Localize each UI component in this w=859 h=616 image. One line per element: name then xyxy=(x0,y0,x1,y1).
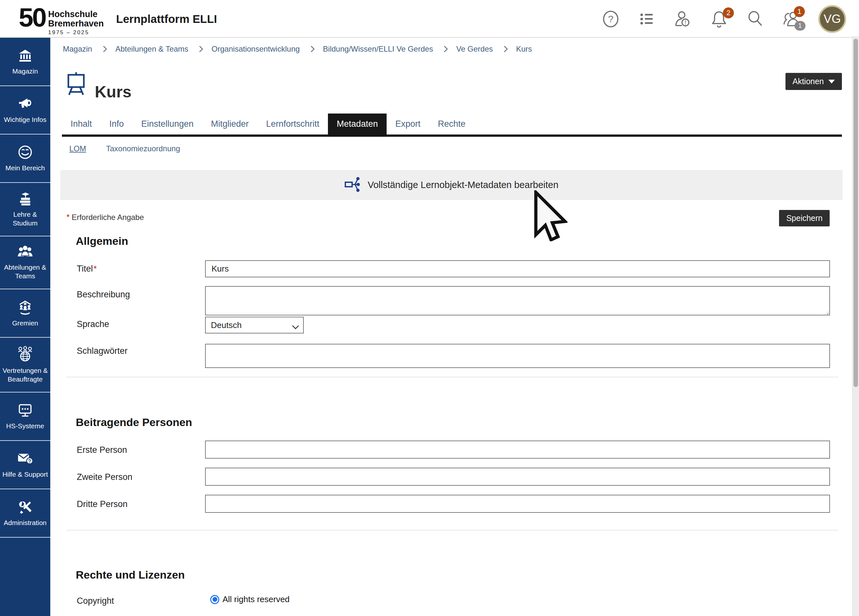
people-group-icon xyxy=(17,245,33,259)
user-status-button[interactable]: ! xyxy=(674,10,692,28)
svg-text:?: ? xyxy=(28,459,31,464)
chevron-right-icon xyxy=(197,46,203,52)
monitor-icon xyxy=(17,403,33,417)
save-button[interactable]: Speichern xyxy=(779,210,830,227)
subtab-taxonomiezuordnung[interactable]: Taxonomiezuordnung xyxy=(106,144,180,153)
breadcrumb-item[interactable]: Organisationsentwicklung xyxy=(211,44,300,53)
zweite-person-input[interactable] xyxy=(205,467,830,486)
vertical-scrollbar-track[interactable] xyxy=(852,36,859,616)
globe-people-icon xyxy=(17,346,33,362)
search-button[interactable] xyxy=(746,10,764,28)
logo-name-line1: Hochschule xyxy=(48,10,104,19)
chevron-right-icon xyxy=(501,46,508,52)
sidebar-item-gremien[interactable]: Gremien xyxy=(0,289,50,338)
app-title: Lernplattform ELLI xyxy=(116,0,217,38)
erste-person-label: Erste Person xyxy=(77,445,127,455)
todo-list-icon xyxy=(638,10,656,28)
sidebar-item-label: HS-Systeme xyxy=(6,422,44,430)
dritte-person-label: Dritte Person xyxy=(77,499,128,509)
schlagwoerter-input[interactable] xyxy=(205,344,830,368)
sidebar-item-administration[interactable]: Administration xyxy=(0,489,50,538)
erste-person-input[interactable] xyxy=(205,441,830,459)
tab-mitglieder[interactable]: Mitglieder xyxy=(202,114,257,134)
section-heading-rechte: Rechte und Lizenzen xyxy=(76,569,185,581)
bank-icon xyxy=(18,48,33,63)
required-asterisk: * xyxy=(66,212,70,222)
vertical-scrollbar-thumb[interactable] xyxy=(854,39,858,387)
section-heading-beitragende: Beitragende Personen xyxy=(76,416,192,428)
chevron-right-icon xyxy=(101,46,107,52)
tab-metadaten[interactable]: Metadaten xyxy=(328,114,387,134)
radio-selected-icon[interactable] xyxy=(210,595,219,604)
subtab-bar: LOM Taxonomiezuordnung xyxy=(69,144,180,153)
sidebar-item-abteilungen-teams[interactable]: Abteilungen & Teams xyxy=(0,236,50,289)
breadcrumb-item[interactable]: Magazin xyxy=(63,44,92,53)
section-heading-allgemein: Allgemein xyxy=(76,235,128,247)
sidebar-item-label: Magazin xyxy=(12,67,38,75)
breadcrumb: Magazin Abteilungen & Teams Organisation… xyxy=(63,38,532,60)
chevron-down-icon xyxy=(292,322,299,329)
sidebar-item-label: Lehre & Studium xyxy=(1,210,49,227)
logo-name-line2: Bremerhaven xyxy=(48,19,104,28)
breadcrumb-item[interactable]: Ve Gerdes xyxy=(456,44,493,53)
notifications-button[interactable]: 2 xyxy=(710,10,728,28)
dritte-person-input[interactable] xyxy=(205,495,830,513)
required-field-note: *Erforderliche Angabe xyxy=(66,212,144,222)
contacts-badge-new: 1 xyxy=(794,6,805,17)
tab-inhalt[interactable]: Inhalt xyxy=(62,114,101,134)
sidebar-item-magazin[interactable]: Magazin xyxy=(0,38,50,86)
contacts-button[interactable]: 1 1 xyxy=(782,10,800,28)
titel-input[interactable] xyxy=(205,260,830,277)
actions-button[interactable]: Aktionen xyxy=(786,73,842,90)
main-sidebar: Magazin Wichtige Infos xyxy=(0,38,50,616)
sprache-select[interactable]: Deutsch xyxy=(205,317,304,333)
sidebar-item-mein-bereich[interactable]: Mein Bereich xyxy=(0,134,50,183)
todo-list-button[interactable] xyxy=(638,10,656,28)
copyright-option-all-rights-reserved[interactable]: All rights reserved xyxy=(210,594,290,604)
sidebar-item-vertretungen-beauftragte[interactable]: Vertretungen & Beauftragte xyxy=(0,338,50,392)
zweite-person-label: Zweite Person xyxy=(77,472,133,482)
top-header: 50 Hochschule Bremerhaven 1975 – 2025 Le… xyxy=(0,0,859,38)
notifications-badge: 2 xyxy=(723,8,734,19)
sidebar-item-label: Wichtige Infos xyxy=(4,115,47,124)
sidebar-item-label: Hilfe & Support xyxy=(2,470,48,478)
user-status-icon: ! xyxy=(674,10,692,28)
books-icon xyxy=(17,191,33,206)
tab-lernfortschritt[interactable]: Lernfortschritt xyxy=(257,114,328,134)
sidebar-item-lehre-studium[interactable]: Lehre & Studium xyxy=(0,183,50,236)
chevron-down-icon xyxy=(828,80,835,83)
tools-icon xyxy=(17,500,33,514)
tab-einstellungen[interactable]: Einstellungen xyxy=(133,114,202,134)
help-button[interactable]: ? xyxy=(602,10,620,28)
edit-full-metadata-label: Vollständige Lernobjekt-Metadaten bearbe… xyxy=(368,180,559,190)
sprache-label: Sprache xyxy=(77,319,109,329)
breadcrumb-item[interactable]: Abteilungen & Teams xyxy=(116,44,188,53)
app-root: 50 Hochschule Bremerhaven 1975 – 2025 Le… xyxy=(0,0,859,616)
course-easel-icon xyxy=(66,72,86,97)
svg-text:!: ! xyxy=(684,19,686,26)
section-divider xyxy=(66,377,839,377)
sidebar-item-hilfe-support[interactable]: ? Hilfe & Support xyxy=(0,441,50,489)
logo-years: 1975 – 2025 xyxy=(48,29,104,36)
tab-bar: Inhalt Info Einstellungen Mitglieder Ler… xyxy=(62,114,842,137)
university-logo[interactable]: 50 Hochschule Bremerhaven 1975 – 2025 xyxy=(19,3,104,36)
sidebar-item-hs-systeme[interactable]: HS-Systeme xyxy=(0,392,50,441)
edit-full-metadata-banner[interactable]: Vollständige Lernobjekt-Metadaten bearbe… xyxy=(60,170,843,200)
beschreibung-textarea[interactable] xyxy=(205,286,830,316)
sidebar-item-label: Mein Bereich xyxy=(5,164,45,172)
committee-icon xyxy=(17,299,33,315)
breadcrumb-item[interactable]: Bildung/Wissen/ELLI Ve Gerdes xyxy=(323,44,433,53)
breadcrumb-item[interactable]: Kurs xyxy=(516,44,532,53)
help-icon: ? xyxy=(602,10,619,28)
sidebar-item-wichtige-infos[interactable]: Wichtige Infos xyxy=(0,86,50,134)
logo-50: 50 xyxy=(19,3,45,32)
tab-rechte[interactable]: Rechte xyxy=(429,114,474,134)
chevron-right-icon xyxy=(442,46,448,52)
required-asterisk: * xyxy=(94,264,97,274)
user-avatar[interactable]: VG xyxy=(818,5,846,33)
search-icon xyxy=(747,10,764,28)
tab-info[interactable]: Info xyxy=(101,114,133,134)
tab-export[interactable]: Export xyxy=(387,114,429,134)
sidebar-item-label: Administration xyxy=(3,518,47,527)
subtab-lom[interactable]: LOM xyxy=(69,144,86,153)
